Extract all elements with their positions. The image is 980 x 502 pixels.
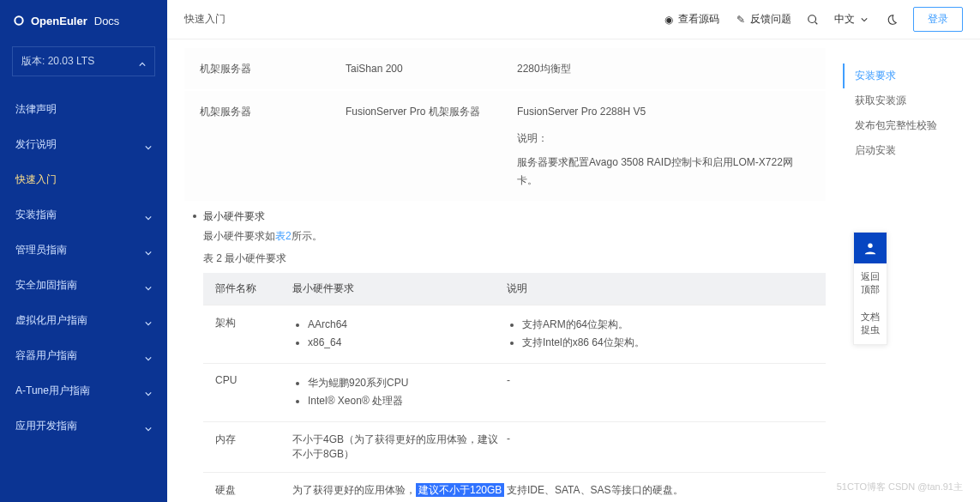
cell: FusionServer Pro 2288H V5 说明： 服务器要求配置Ava… — [517, 103, 810, 189]
login-button[interactable]: 登录 — [913, 7, 963, 32]
sidebar-item-label: 安装指南 — [15, 208, 57, 222]
svg-point-3 — [868, 244, 872, 248]
sidebar-item-3[interactable]: 安装指南 — [0, 197, 167, 233]
content: 机架服务器 TaiShan 200 2280均衡型 机架服务器 FusionSe… — [167, 39, 843, 502]
version-label: 版本: 20.03 LTS — [21, 54, 94, 69]
back-to-top-button[interactable]: 返回顶部 — [854, 263, 887, 304]
doc-bug-button[interactable]: 文档捉虫 — [854, 304, 887, 344]
spec-row-arch: 架构 AArch64x86_64 支持ARM的64位架构。支持Intel的x86… — [203, 305, 826, 363]
sidebar-item-0[interactable]: 法律声明 — [0, 92, 167, 127]
sidebar-item-5[interactable]: 安全加固指南 — [0, 268, 167, 303]
chevron-down-icon — [145, 353, 152, 360]
min-hw-intro: 最小硬件要求如表2所示。 — [203, 227, 826, 246]
float-widget: 返回顶部 文档捉虫 — [853, 232, 887, 345]
spec-table: 部件名称 最小硬件要求 说明 架构 AArch64x86_64 支持ARM的64… — [203, 273, 826, 502]
view-source-link[interactable]: ◉ 查看源码 — [663, 12, 719, 27]
right-nav-item-3[interactable]: 启动安装 — [843, 138, 970, 163]
topbar: 快速入门 ◉ 查看源码 ✎ 反馈问题 中文 — [167, 0, 980, 39]
spec-row-mem: 内存 不小于4GB（为了获得更好的应用体验，建议不小于8GB） - — [203, 421, 826, 472]
theme-toggle[interactable] — [886, 14, 898, 26]
spec-row-cpu: CPU 华为鲲鹏920系列CPUIntel® Xeon® 处理器 - — [203, 363, 826, 421]
sidebar-item-label: 法律声明 — [15, 102, 57, 117]
breadcrumb: 快速入门 — [184, 12, 225, 27]
server-row-1: 机架服务器 TaiShan 200 2280均衡型 — [184, 48, 826, 89]
sidebar-item-6[interactable]: 虚拟化用户指南 — [0, 303, 167, 338]
table-caption: 表 2 最小硬件要求 — [203, 251, 826, 266]
edit-icon: ✎ — [735, 14, 747, 26]
version-selector[interactable]: 版本: 20.03 LTS — [12, 46, 155, 76]
chevron-down-icon — [145, 247, 152, 254]
min-hw-bullet: 最小硬件要求 — [193, 209, 826, 224]
bullet-icon — [193, 215, 196, 218]
brand-suffix: Docs — [94, 15, 120, 27]
cell: 机架服务器 — [200, 60, 346, 77]
sidebar: OpenEuler Docs 版本: 20.03 LTS 法律声明发行说明快速入… — [0, 0, 167, 502]
spec-table-head: 部件名称 最小硬件要求 说明 — [203, 273, 826, 305]
nav-list: 法律声明发行说明快速入门安装指南管理员指南安全加固指南虚拟化用户指南容器用户指南… — [0, 92, 167, 444]
language-selector[interactable]: 中文 — [834, 12, 870, 27]
caret-up-icon — [139, 58, 146, 65]
eye-icon: ◉ — [663, 14, 675, 26]
sidebar-item-9[interactable]: 应用开发指南 — [0, 408, 167, 444]
widget-avatar[interactable] — [854, 233, 887, 263]
feedback-link[interactable]: ✎ 反馈问题 — [735, 12, 791, 27]
chevron-down-icon — [145, 388, 152, 395]
sidebar-item-label: 管理员指南 — [15, 243, 67, 257]
sidebar-item-label: 发行说明 — [15, 137, 57, 152]
search-button[interactable] — [807, 14, 819, 26]
sidebar-item-8[interactable]: A-Tune用户指南 — [0, 373, 167, 408]
server-row-2: 机架服务器 FusionServer Pro 机架服务器 FusionServe… — [184, 91, 826, 201]
spec-row-disk: 硬盘 为了获得更好的应用体验，建议不小于120GB 支持IDE、SATA、SAS… — [203, 472, 826, 502]
sidebar-item-1[interactable]: 发行说明 — [0, 127, 167, 162]
cell: FusionServer Pro 机架服务器 — [346, 103, 517, 189]
chevron-down-icon — [145, 318, 152, 324]
sidebar-item-2[interactable]: 快速入门 — [0, 162, 167, 197]
highlighted-text: 建议不小于120GB — [416, 483, 504, 497]
right-nav-item-0[interactable]: 安装要求 — [843, 64, 970, 88]
svg-point-1 — [809, 15, 816, 22]
svg-line-2 — [815, 21, 818, 24]
table2-link[interactable]: 表2 — [275, 230, 292, 242]
sidebar-item-label: 安全加固指南 — [15, 278, 77, 293]
sidebar-item-4[interactable]: 管理员指南 — [0, 233, 167, 268]
sidebar-item-label: A-Tune用户指南 — [15, 384, 90, 398]
chevron-down-icon — [858, 14, 870, 26]
sidebar-item-label: 容器用户指南 — [15, 348, 77, 363]
sidebar-item-7[interactable]: 容器用户指南 — [0, 338, 167, 373]
chevron-down-icon — [145, 142, 152, 148]
cell: TaiShan 200 — [346, 60, 517, 77]
right-nav-item-1[interactable]: 获取安装源 — [843, 88, 970, 113]
cell: 机架服务器 — [200, 103, 346, 189]
cell: 2280均衡型 — [517, 60, 810, 77]
sidebar-item-label: 应用开发指南 — [15, 419, 77, 433]
svg-point-0 — [15, 16, 22, 24]
brand-name: OpenEuler — [31, 15, 87, 27]
openeuler-icon — [12, 14, 26, 27]
chevron-down-icon — [145, 282, 152, 289]
chevron-down-icon — [145, 423, 152, 430]
chevron-down-icon — [145, 212, 152, 219]
moon-icon — [886, 14, 898, 26]
sidebar-item-label: 虚拟化用户指南 — [15, 313, 87, 328]
sidebar-item-label: 快速入门 — [15, 172, 57, 187]
logo[interactable]: OpenEuler Docs — [0, 0, 167, 41]
search-icon — [807, 14, 819, 26]
right-nav-item-2[interactable]: 发布包完整性校验 — [843, 113, 970, 138]
topbar-right: ◉ 查看源码 ✎ 反馈问题 中文 — [663, 7, 963, 32]
